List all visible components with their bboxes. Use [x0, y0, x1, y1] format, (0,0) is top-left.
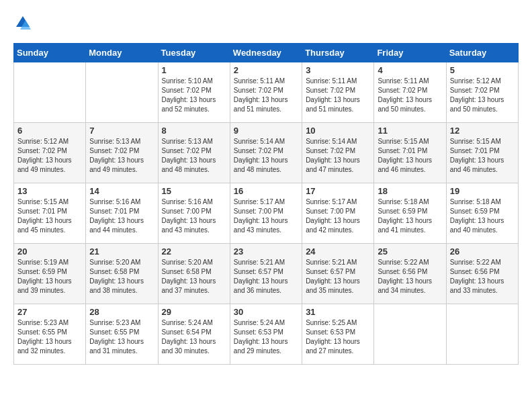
day-number: 4: [378, 65, 442, 75]
day-number: 3: [306, 65, 370, 75]
col-header-wednesday: Wednesday: [230, 44, 302, 62]
day-info: Sunrise: 5:20 AM Sunset: 6:58 PM Dayligh…: [89, 258, 154, 295]
day-number: 27: [17, 307, 82, 317]
day-info: Sunrise: 5:16 AM Sunset: 7:00 PM Dayligh…: [162, 197, 226, 235]
day-cell: 18Sunrise: 5:18 AM Sunset: 6:59 PM Dayli…: [374, 183, 446, 244]
week-row-5: 27Sunrise: 5:23 AM Sunset: 6:55 PM Dayli…: [14, 304, 519, 365]
day-cell: 3Sunrise: 5:11 AM Sunset: 7:02 PM Daylig…: [302, 62, 374, 123]
day-info: Sunrise: 5:14 AM Sunset: 7:02 PM Dayligh…: [234, 137, 298, 175]
day-cell: 31Sunrise: 5:25 AM Sunset: 6:53 PM Dayli…: [302, 304, 374, 365]
day-cell: 30Sunrise: 5:24 AM Sunset: 6:53 PM Dayli…: [230, 304, 302, 365]
week-row-4: 20Sunrise: 5:19 AM Sunset: 6:59 PM Dayli…: [14, 244, 519, 304]
day-cell: 17Sunrise: 5:17 AM Sunset: 7:00 PM Dayli…: [302, 183, 374, 244]
day-info: Sunrise: 5:23 AM Sunset: 6:55 PM Dayligh…: [89, 318, 154, 356]
day-cell: 14Sunrise: 5:16 AM Sunset: 7:01 PM Dayli…: [86, 183, 158, 244]
day-info: Sunrise: 5:25 AM Sunset: 6:53 PM Dayligh…: [306, 318, 370, 356]
day-cell: 4Sunrise: 5:11 AM Sunset: 7:02 PM Daylig…: [374, 62, 446, 123]
day-info: Sunrise: 5:14 AM Sunset: 7:02 PM Dayligh…: [306, 137, 370, 175]
day-cell: 12Sunrise: 5:15 AM Sunset: 7:01 PM Dayli…: [446, 123, 518, 183]
day-number: 8: [162, 126, 226, 136]
day-cell: 29Sunrise: 5:24 AM Sunset: 6:54 PM Dayli…: [158, 304, 230, 365]
day-number: 28: [89, 307, 154, 317]
day-number: 26: [450, 246, 515, 257]
day-cell: 9Sunrise: 5:14 AM Sunset: 7:02 PM Daylig…: [230, 123, 302, 183]
logo-icon: [13, 13, 32, 32]
day-info: Sunrise: 5:22 AM Sunset: 6:56 PM Dayligh…: [450, 258, 515, 295]
day-number: 16: [234, 186, 298, 196]
day-number: 5: [450, 65, 515, 75]
day-number: 19: [450, 186, 515, 196]
week-row-1: 1Sunrise: 5:10 AM Sunset: 7:02 PM Daylig…: [14, 62, 519, 123]
col-header-saturday: Saturday: [446, 44, 518, 62]
day-cell: 22Sunrise: 5:20 AM Sunset: 6:58 PM Dayli…: [158, 244, 230, 304]
day-info: Sunrise: 5:15 AM Sunset: 7:01 PM Dayligh…: [450, 137, 515, 175]
day-cell: 20Sunrise: 5:19 AM Sunset: 6:59 PM Dayli…: [14, 244, 86, 304]
day-cell: 11Sunrise: 5:15 AM Sunset: 7:01 PM Dayli…: [374, 123, 446, 183]
day-cell: [446, 304, 518, 365]
day-number: 22: [162, 246, 226, 257]
day-info: Sunrise: 5:19 AM Sunset: 6:59 PM Dayligh…: [17, 258, 82, 295]
day-number: 9: [234, 126, 298, 136]
day-cell: 26Sunrise: 5:22 AM Sunset: 6:56 PM Dayli…: [446, 244, 518, 304]
col-header-tuesday: Tuesday: [158, 44, 230, 62]
day-info: Sunrise: 5:24 AM Sunset: 6:53 PM Dayligh…: [234, 318, 298, 356]
day-info: Sunrise: 5:21 AM Sunset: 6:57 PM Dayligh…: [234, 258, 298, 295]
day-info: Sunrise: 5:12 AM Sunset: 7:02 PM Dayligh…: [450, 77, 515, 114]
page-header: [13, 13, 519, 32]
calendar-table: SundayMondayTuesdayWednesdayThursdayFrid…: [13, 43, 519, 365]
day-info: Sunrise: 5:18 AM Sunset: 6:59 PM Dayligh…: [378, 197, 442, 235]
day-number: 14: [89, 186, 154, 196]
col-header-friday: Friday: [374, 44, 446, 62]
week-row-3: 13Sunrise: 5:15 AM Sunset: 7:01 PM Dayli…: [14, 183, 519, 244]
day-info: Sunrise: 5:21 AM Sunset: 6:57 PM Dayligh…: [306, 258, 370, 295]
day-cell: 6Sunrise: 5:12 AM Sunset: 7:02 PM Daylig…: [14, 123, 86, 183]
week-row-2: 6Sunrise: 5:12 AM Sunset: 7:02 PM Daylig…: [14, 123, 519, 183]
day-number: 2: [234, 65, 298, 75]
day-cell: 1Sunrise: 5:10 AM Sunset: 7:02 PM Daylig…: [158, 62, 230, 123]
day-number: 12: [450, 126, 515, 136]
logo: [13, 13, 35, 32]
day-info: Sunrise: 5:17 AM Sunset: 7:00 PM Dayligh…: [234, 197, 298, 235]
col-header-thursday: Thursday: [302, 44, 374, 62]
day-cell: 27Sunrise: 5:23 AM Sunset: 6:55 PM Dayli…: [14, 304, 86, 365]
day-cell: 25Sunrise: 5:22 AM Sunset: 6:56 PM Dayli…: [374, 244, 446, 304]
day-number: 24: [306, 246, 370, 257]
day-info: Sunrise: 5:15 AM Sunset: 7:01 PM Dayligh…: [378, 137, 442, 175]
day-info: Sunrise: 5:11 AM Sunset: 7:02 PM Dayligh…: [234, 77, 298, 114]
day-info: Sunrise: 5:20 AM Sunset: 6:58 PM Dayligh…: [162, 258, 226, 295]
day-number: 7: [89, 126, 154, 136]
day-info: Sunrise: 5:23 AM Sunset: 6:55 PM Dayligh…: [17, 318, 82, 356]
day-cell: 2Sunrise: 5:11 AM Sunset: 7:02 PM Daylig…: [230, 62, 302, 123]
day-number: 30: [234, 307, 298, 317]
header-row: SundayMondayTuesdayWednesdayThursdayFrid…: [14, 44, 519, 62]
day-cell: 10Sunrise: 5:14 AM Sunset: 7:02 PM Dayli…: [302, 123, 374, 183]
day-number: 23: [234, 246, 298, 257]
day-number: 6: [17, 126, 82, 136]
col-header-sunday: Sunday: [14, 44, 86, 62]
day-cell: 16Sunrise: 5:17 AM Sunset: 7:00 PM Dayli…: [230, 183, 302, 244]
day-info: Sunrise: 5:22 AM Sunset: 6:56 PM Dayligh…: [378, 258, 442, 295]
day-number: 10: [306, 126, 370, 136]
day-info: Sunrise: 5:13 AM Sunset: 7:02 PM Dayligh…: [89, 137, 154, 175]
day-info: Sunrise: 5:11 AM Sunset: 7:02 PM Dayligh…: [378, 77, 442, 114]
day-info: Sunrise: 5:15 AM Sunset: 7:01 PM Dayligh…: [17, 197, 82, 235]
day-number: 21: [89, 246, 154, 257]
day-number: 31: [306, 307, 370, 317]
day-cell: 13Sunrise: 5:15 AM Sunset: 7:01 PM Dayli…: [14, 183, 86, 244]
day-number: 20: [17, 246, 82, 257]
day-number: 11: [378, 126, 442, 136]
day-number: 15: [162, 186, 226, 196]
day-cell: 19Sunrise: 5:18 AM Sunset: 6:59 PM Dayli…: [446, 183, 518, 244]
day-cell: [14, 62, 86, 123]
day-number: 13: [17, 186, 82, 196]
day-info: Sunrise: 5:16 AM Sunset: 7:01 PM Dayligh…: [89, 197, 154, 235]
day-number: 17: [306, 186, 370, 196]
day-cell: 28Sunrise: 5:23 AM Sunset: 6:55 PM Dayli…: [86, 304, 158, 365]
day-number: 1: [162, 65, 226, 75]
day-cell: 15Sunrise: 5:16 AM Sunset: 7:00 PM Dayli…: [158, 183, 230, 244]
day-number: 18: [378, 186, 442, 196]
day-cell: 7Sunrise: 5:13 AM Sunset: 7:02 PM Daylig…: [86, 123, 158, 183]
day-cell: 24Sunrise: 5:21 AM Sunset: 6:57 PM Dayli…: [302, 244, 374, 304]
day-cell: 23Sunrise: 5:21 AM Sunset: 6:57 PM Dayli…: [230, 244, 302, 304]
day-info: Sunrise: 5:24 AM Sunset: 6:54 PM Dayligh…: [162, 318, 226, 356]
